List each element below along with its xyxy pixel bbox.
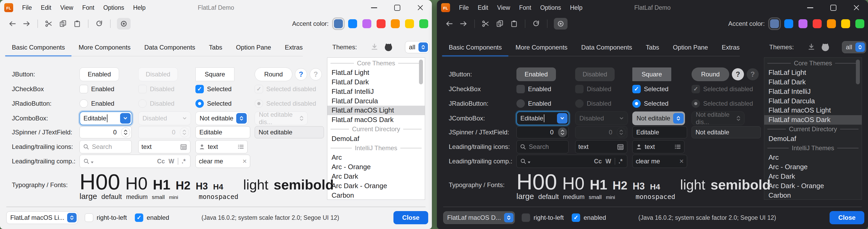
- theme-item-flatlaf-intellij[interactable]: FlatLaf IntelliJ: [327, 87, 425, 96]
- enabled-checkbox[interactable]: [572, 213, 580, 222]
- search-input[interactable]: [529, 143, 565, 150]
- close-button[interactable]: Close: [830, 211, 864, 224]
- accent-swatch-3[interactable]: [362, 19, 371, 28]
- theme-combobox[interactable]: FlatLaf macOS Li...: [6, 211, 78, 224]
- calendar-icon[interactable]: [180, 143, 187, 150]
- spinner-arrows[interactable]: [121, 127, 130, 137]
- tab-data-components[interactable]: Data Components: [137, 39, 202, 56]
- back-button[interactable]: [8, 19, 17, 29]
- text-field-calendar[interactable]: [138, 140, 190, 153]
- search-options-input[interactable]: [531, 159, 592, 164]
- theme-item-carbon[interactable]: Carbon: [327, 191, 425, 200]
- textfield-editable-input[interactable]: [199, 128, 246, 136]
- maximize-button[interactable]: [385, 0, 409, 15]
- menu-help[interactable]: Help: [133, 4, 145, 11]
- round-button[interactable]: Round: [691, 67, 729, 81]
- refresh-button[interactable]: [532, 19, 541, 29]
- search-input[interactable]: [92, 143, 128, 150]
- tab-more-components[interactable]: More Components: [508, 39, 574, 56]
- minimize-button[interactable]: [362, 0, 385, 15]
- tab-more-components[interactable]: More Components: [72, 39, 137, 56]
- spinner-arrows[interactable]: [558, 127, 567, 137]
- theme-item-flatlaf-macos-dark[interactable]: FlatLaf macOS Dark: [764, 115, 862, 125]
- search-field[interactable]: [517, 140, 568, 153]
- accent-swatch-5[interactable]: [391, 19, 400, 28]
- menu-font[interactable]: Font: [82, 4, 94, 11]
- combobox-arrow-icon[interactable]: [557, 113, 567, 123]
- theme-item-flatlaf-intellij[interactable]: FlatLaf IntelliJ: [764, 87, 862, 96]
- menu-help[interactable]: Help: [570, 4, 582, 11]
- theme-combobox[interactable]: FlatLaf macOS D...: [443, 211, 515, 224]
- search-options-field[interactable]: Cc W .*: [80, 155, 190, 168]
- accent-swatch-2[interactable]: [784, 19, 793, 28]
- close-button[interactable]: Close: [394, 211, 428, 224]
- checkbox-selected[interactable]: [195, 85, 204, 93]
- minimize-button[interactable]: [799, 0, 822, 15]
- close-window-button[interactable]: [409, 0, 432, 15]
- spinner[interactable]: [517, 126, 568, 138]
- accent-swatch-2[interactable]: [348, 19, 357, 28]
- close-window-button[interactable]: [845, 0, 868, 15]
- text-input[interactable]: [645, 143, 667, 150]
- search-options-field[interactable]: Cc W .*: [517, 155, 627, 168]
- theme-item-arc-orange[interactable]: Arc - Orange: [327, 162, 425, 172]
- paste-button[interactable]: [73, 19, 82, 29]
- inspect-toggle-button[interactable]: [117, 18, 131, 30]
- checkbox-selected[interactable]: [632, 85, 641, 93]
- tab-tabs[interactable]: Tabs: [639, 39, 666, 56]
- match-case-button[interactable]: Cc: [593, 158, 603, 165]
- combobox-not-editable[interactable]: Not editable: [632, 112, 685, 125]
- theme-item-demolaf[interactable]: DemoLaf: [764, 134, 862, 143]
- accent-swatch-7[interactable]: [419, 19, 428, 28]
- help-button[interactable]: ?: [295, 68, 307, 80]
- menu-edit[interactable]: Edit: [41, 4, 51, 11]
- tab-data-components[interactable]: Data Components: [575, 39, 639, 56]
- round-button[interactable]: Round: [255, 67, 292, 81]
- theme-item-flatlaf-darcula[interactable]: FlatLaf Darcula: [327, 96, 425, 106]
- text-field-user-menu[interactable]: [195, 140, 248, 153]
- match-case-button[interactable]: Cc: [156, 158, 166, 165]
- theme-item-demolaf[interactable]: DemoLaf: [327, 134, 425, 143]
- enabled-button[interactable]: Enabled: [80, 67, 119, 81]
- textfield-editable-input[interactable]: [636, 128, 683, 136]
- theme-item-carbon[interactable]: Carbon: [764, 191, 862, 200]
- combobox-not-editable[interactable]: Not editable: [195, 112, 248, 125]
- search-field[interactable]: [80, 140, 132, 153]
- menu-view[interactable]: View: [497, 4, 510, 11]
- square-button[interactable]: Square: [632, 67, 671, 81]
- accent-swatch-4[interactable]: [813, 19, 822, 28]
- github-button[interactable]: [382, 41, 395, 53]
- clear-icon[interactable]: ×: [243, 158, 247, 165]
- square-button[interactable]: Square: [195, 67, 235, 81]
- right-to-left-checkbox[interactable]: [85, 213, 93, 222]
- search-dropdown-icon[interactable]: [91, 162, 93, 163]
- right-to-left-checkbox[interactable]: [522, 213, 530, 222]
- combobox-arrow-icon[interactable]: [120, 113, 131, 123]
- cut-button[interactable]: [481, 19, 490, 29]
- menu-list-icon[interactable]: [237, 143, 244, 150]
- menu-file[interactable]: File: [22, 4, 32, 11]
- theme-item-flatlaf-dark[interactable]: FlatLaf Dark: [764, 78, 862, 87]
- enabled-button[interactable]: Enabled: [517, 67, 556, 81]
- combobox-editable[interactable]: Editable: [517, 112, 569, 125]
- text-input[interactable]: [142, 143, 178, 150]
- text-field-calendar[interactable]: [575, 140, 627, 153]
- scrollbar-thumb[interactable]: [419, 60, 423, 84]
- radio-enabled[interactable]: [80, 99, 88, 108]
- theme-item-flatlaf-macos-dark[interactable]: FlatLaf macOS Dark: [327, 115, 425, 125]
- tab-basic-components[interactable]: Basic Components: [442, 39, 508, 56]
- refresh-button[interactable]: [95, 19, 104, 29]
- menu-file[interactable]: File: [459, 4, 469, 11]
- accent-swatch-6[interactable]: [841, 19, 850, 28]
- text-field-user-menu[interactable]: [632, 140, 684, 153]
- menu-edit[interactable]: Edit: [478, 4, 488, 11]
- tab-basic-components[interactable]: Basic Components: [5, 39, 72, 56]
- whole-word-button[interactable]: W: [167, 158, 176, 165]
- regex-button[interactable]: .*: [180, 158, 187, 165]
- forward-button[interactable]: [459, 19, 468, 29]
- menu-options[interactable]: Options: [103, 4, 124, 11]
- maximize-button[interactable]: [822, 0, 845, 15]
- theme-item-arc-dark-orange[interactable]: Arc Dark - Orange: [764, 181, 862, 191]
- theme-item-flatlaf-macos-light[interactable]: FlatLaf macOS Light: [327, 106, 425, 115]
- theme-item-arc[interactable]: Arc: [764, 153, 862, 162]
